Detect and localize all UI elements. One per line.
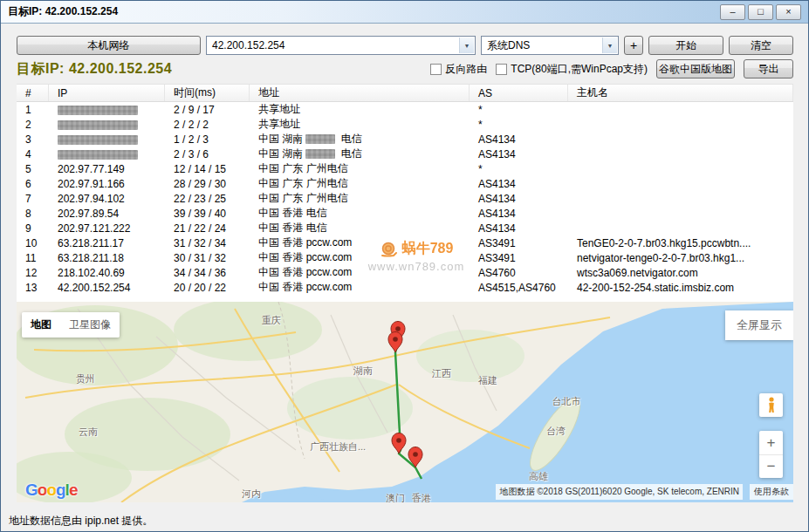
cell-time: 2 / 3 / 6 [165, 148, 250, 160]
column-header[interactable]: 主机名 [568, 85, 793, 101]
window-controls: – □ × [720, 4, 808, 20]
cell-hop: 3 [17, 133, 49, 146]
local-network-button[interactable]: 本机网络 [17, 36, 201, 55]
google-logo-letter: g [56, 481, 65, 499]
google-cn-map-button[interactable]: 谷歌中国版地图 [656, 59, 735, 78]
app-window: 目标IP: 42.200.152.254 – □ × 本机网络 42.200.1… [0, 0, 809, 532]
fullscreen-button[interactable]: 全屏显示 [725, 310, 793, 340]
cell-ip: 202.97.77.149 [49, 163, 165, 175]
minimize-button[interactable]: – [720, 4, 745, 20]
cell-ip [49, 104, 165, 116]
table-row[interactable]: 22 / 2 / 2共享地址* [17, 117, 793, 132]
cell-time: 20 / 20 / 22 [165, 282, 250, 294]
table-row[interactable]: 6202.97.91.16628 / 29 / 30中国 广东 广州电信AS41… [17, 176, 793, 191]
maximize-button[interactable]: □ [748, 4, 773, 20]
map-type-satellite-button[interactable]: 卫星图像 [60, 312, 120, 338]
close-button[interactable]: × [776, 4, 801, 20]
chevron-down-icon[interactable]: ▼ [602, 38, 617, 53]
masked-ip [58, 120, 138, 130]
map-place-label: 香港 [412, 492, 431, 503]
cell-ip: 202.97.121.222 [49, 222, 165, 235]
table-row[interactable]: 31 / 2 / 3中国 湖南 电信AS4134 [17, 132, 793, 147]
cell-time: 39 / 39 / 40 [165, 208, 250, 220]
column-header[interactable]: AS [470, 85, 568, 101]
cell-address: 中国 湖南 电信 [250, 147, 470, 161]
terms-link[interactable]: 使用条款 [750, 484, 793, 500]
table-row[interactable]: 1063.218.211.1731 / 32 / 34中国 香港 pccw.co… [17, 235, 793, 250]
google-logo-letter: G [25, 481, 38, 499]
target-ip-value: 42.200.152.254 [212, 39, 285, 51]
cell-as: AS4134 [470, 193, 568, 205]
pegman-control[interactable] [759, 393, 783, 417]
start-button[interactable]: 开始 [648, 36, 723, 55]
cell-time: 22 / 23 / 25 [165, 193, 250, 205]
cell-as: AS4134 [470, 208, 568, 220]
cell-address: 中国 香港 电信 [250, 206, 470, 221]
table-row[interactable]: 1163.218.211.1830 / 31 / 32中国 香港 pccw.co… [17, 250, 793, 265]
close-icon: × [785, 7, 791, 17]
tcp-checkbox[interactable] [496, 64, 507, 75]
minimize-icon: – [730, 7, 735, 17]
cell-address: 中国 香港 pccw.com [250, 250, 470, 265]
options-group: 反向路由 TCP(80端口,需WinPcap支持) 谷歌中国版地图 导出 [430, 59, 793, 78]
column-header[interactable]: 时间(ms) [165, 85, 250, 101]
google-logo[interactable]: Google [25, 481, 77, 500]
zoom-in-button[interactable]: + [759, 431, 783, 454]
clear-button[interactable]: 清空 [729, 36, 793, 55]
table-row[interactable]: 8202.97.89.5439 / 39 / 40中国 香港 电信AS4134 [17, 206, 793, 221]
table-row[interactable]: 7202.97.94.10222 / 23 / 25中国 广东 广州电信AS41… [17, 191, 793, 206]
cell-address: 共享地址 [250, 117, 470, 132]
export-button[interactable]: 导出 [744, 59, 793, 78]
cell-hop: 10 [17, 237, 49, 249]
table-row[interactable]: 12 / 9 / 17共享地址* [17, 102, 793, 117]
titlebar: 目标IP: 42.200.152.254 – □ × [1, 1, 808, 24]
google-logo-letter: e [69, 481, 78, 499]
cell-time: 21 / 22 / 24 [165, 222, 250, 235]
map-type-map-button[interactable]: 地图 [22, 312, 60, 338]
cell-address: 中国 香港 pccw.com [250, 235, 470, 250]
zoom-control: + − [759, 431, 783, 478]
chevron-down-icon[interactable]: ▼ [459, 38, 474, 53]
cell-address: 中国 湖南 电信 [250, 132, 470, 147]
column-header[interactable]: # [17, 85, 49, 101]
reverse-route-checkbox[interactable] [430, 64, 442, 75]
toolbar: 本机网络 42.200.152.254 ▼ 系统DNS ▼ + 开始 清空 [17, 36, 793, 55]
reverse-route-label: 反向路由 [445, 62, 487, 77]
cell-hop: 13 [17, 282, 49, 294]
column-header[interactable]: IP [49, 85, 165, 101]
cell-ip [49, 133, 165, 146]
column-header[interactable]: 地址 [250, 85, 470, 101]
cell-as: * [470, 104, 568, 116]
target-ip-combobox[interactable]: 42.200.152.254 ▼ [206, 36, 476, 55]
cell-address: 中国 广东 广州电信 [250, 161, 470, 176]
options-bar: 目标IP: 42.200.152.254 反向路由 TCP(80端口,需WinP… [17, 58, 793, 79]
cell-hostname: 42-200-152-254.static.imsbiz.com [568, 282, 793, 294]
status-bar: 地址数据信息由 ipip.net 提供。 [1, 502, 808, 531]
cell-as: AS3491 [470, 237, 568, 249]
map[interactable]: 重庆贵州湖南江西福建台北市台湾高雄云南广西壮族自...河内澳门香港 地图 卫星图… [17, 302, 793, 502]
table-row[interactable]: 9202.97.121.22221 / 22 / 24中国 香港 电信AS413… [17, 221, 793, 235]
window-title: 目标IP: 42.200.152.254 [1, 4, 118, 19]
cell-address: 中国 香港 pccw.com [250, 280, 470, 295]
map-attribution: 地图数据 ©2018 GS(2011)6020 Google, SK telec… [496, 484, 743, 500]
add-target-button[interactable]: + [624, 36, 643, 55]
cell-hop: 4 [17, 148, 49, 160]
table-row[interactable]: 12218.102.40.6934 / 34 / 36中国 香港 pccw.co… [17, 265, 793, 280]
table-row[interactable]: 1342.200.152.25420 / 20 / 22中国 香港 pccw.c… [17, 280, 793, 295]
cell-ip: 63.218.211.17 [49, 237, 165, 249]
table-row[interactable]: 42 / 3 / 6中国 湖南 电信AS4134 [17, 147, 793, 161]
cell-address: 中国 广东 广州电信 [250, 191, 470, 206]
table-row[interactable]: 5202.97.77.14912 / 14 / 15中国 广东 广州电信* [17, 161, 793, 176]
cell-time: 34 / 34 / 36 [165, 267, 250, 279]
google-logo-letter: o [38, 481, 47, 499]
reverse-route-option[interactable]: 反向路由 [430, 62, 487, 77]
cell-time: 1 / 2 / 3 [165, 133, 250, 146]
tcp-option[interactable]: TCP(80端口,需WinPcap支持) [496, 62, 648, 77]
trace-table-header[interactable]: #IP时间(ms)地址AS主机名 [17, 85, 793, 102]
cell-time: 2 / 9 / 17 [165, 104, 250, 116]
cell-ip: 202.97.91.166 [49, 178, 165, 190]
dns-select[interactable]: 系统DNS ▼ [481, 36, 619, 55]
cell-address: 中国 香港 pccw.com [250, 265, 470, 280]
cell-ip: 202.97.89.54 [49, 208, 165, 220]
zoom-out-button[interactable]: − [759, 454, 783, 478]
